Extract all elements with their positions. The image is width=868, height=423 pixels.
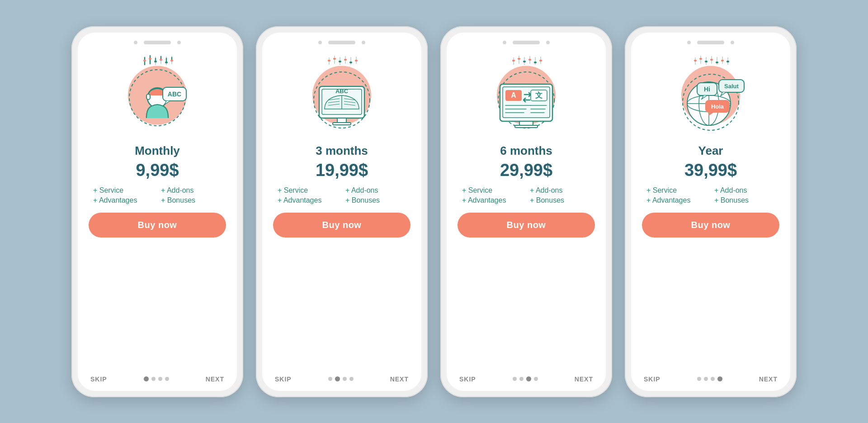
buy-now-button[interactable]: Buy now (642, 213, 779, 238)
buy-now-button[interactable]: Buy now (458, 213, 595, 238)
phone-speaker (144, 41, 171, 44)
svg-rect-19 (170, 60, 173, 62)
plan-name: 6 months (500, 144, 552, 158)
plan-name: 3 months (316, 144, 368, 158)
next-label[interactable]: NEXT (759, 375, 778, 383)
phone-year: Hi Salut Hola Year 39,99$ + Service + Ad… (625, 26, 797, 397)
nav-dot-1 (519, 377, 524, 381)
feature-bonuses: + Bonuses (161, 196, 222, 204)
phone-screen-3months: ABC 3 months 19,99$ + Service + Add-ons … (262, 33, 421, 391)
svg-rect-18 (165, 62, 168, 63)
feature-bonuses: + Bonuses (530, 196, 590, 204)
buy-now-button[interactable]: Buy now (89, 213, 226, 238)
nav-dot-0 (328, 377, 332, 381)
nav-dot-3 (534, 377, 538, 381)
svg-rect-42 (333, 123, 351, 125)
svg-text:ABC: ABC (335, 88, 349, 95)
nav-dot-2 (711, 377, 715, 381)
translate-icon: A 文 (490, 55, 562, 133)
globe-icon: Hi Salut Hola (675, 55, 747, 133)
next-label[interactable]: NEXT (575, 375, 593, 383)
nav-dot-0 (144, 376, 149, 381)
svg-rect-22 (146, 94, 150, 100)
plan-icon-area: ABC (112, 49, 203, 139)
feature-advantages: + Advantages (278, 196, 338, 204)
nav-dot-1 (151, 377, 156, 381)
phone-top-bar (134, 41, 181, 44)
phone-bottom-nav: SKIP NEXT (273, 375, 410, 383)
features-list: + Service + Add-ons + Advantages + Bonus… (273, 186, 410, 204)
svg-rect-32 (328, 60, 330, 62)
svg-rect-17 (160, 59, 162, 61)
plan-icon-area: Hi Salut Hola (665, 49, 756, 139)
skip-label[interactable]: SKIP (275, 375, 292, 383)
feature-service: + Service (278, 186, 338, 195)
phone-top-bar (503, 41, 550, 44)
nav-dot-2 (158, 377, 162, 381)
svg-rect-15 (149, 58, 151, 60)
plan-price: 19,99$ (316, 161, 368, 180)
svg-rect-14 (143, 60, 146, 62)
nav-dot-1 (704, 377, 708, 381)
phone-dot-1 (134, 41, 137, 44)
svg-rect-88 (710, 59, 713, 61)
svg-rect-37 (355, 60, 358, 62)
nav-dots (697, 376, 722, 381)
plan-price: 39,99$ (684, 161, 737, 180)
feature-advantages: + Advantages (93, 196, 154, 204)
phone-dot-2 (177, 41, 181, 44)
nav-dots (144, 376, 169, 381)
nav-dot-3 (165, 377, 169, 381)
plan-name: Monthly (135, 144, 180, 158)
skip-label[interactable]: SKIP (644, 375, 660, 383)
phone-monthly: ABC Monthly 9,99$ + Service + Add-ons + … (71, 26, 243, 397)
next-label[interactable]: NEXT (390, 375, 409, 383)
feature-service: + Service (93, 186, 154, 195)
feature-addons: + Add-ons (530, 186, 590, 195)
features-list: + Service + Add-ons + Advantages + Bonus… (458, 186, 595, 204)
phone-6months: A 文 6 months 29,99$ + Service + Add-ons … (440, 26, 612, 397)
phone-3months: ABC 3 months 19,99$ + Service + Add-ons … (256, 26, 428, 397)
svg-rect-57 (512, 60, 515, 62)
next-label[interactable]: NEXT (206, 375, 224, 383)
svg-rect-34 (339, 61, 341, 62)
phone-screen-monthly: ABC Monthly 9,99$ + Service + Add-ons + … (78, 33, 237, 391)
svg-rect-33 (333, 58, 336, 60)
svg-text:文: 文 (535, 91, 542, 99)
phone-top-bar (687, 41, 734, 44)
svg-rect-59 (523, 61, 526, 62)
svg-rect-85 (694, 60, 697, 62)
svg-text:Hola: Hola (711, 103, 724, 110)
feature-service: + Service (462, 186, 523, 195)
svg-rect-67 (515, 125, 538, 128)
buy-now-button[interactable]: Buy now (273, 213, 410, 238)
nav-dot-2 (343, 377, 347, 381)
phones-container: ABC Monthly 9,99$ + Service + Add-ons + … (71, 26, 797, 397)
svg-rect-41 (337, 118, 346, 123)
skip-label[interactable]: SKIP (90, 375, 107, 383)
plan-icon-area: ABC (297, 49, 387, 139)
svg-rect-61 (534, 62, 537, 63)
nav-dot-1 (335, 376, 340, 381)
features-list: + Service + Add-ons + Advantages + Bonus… (89, 186, 226, 204)
svg-rect-60 (528, 59, 531, 61)
feature-advantages: + Advantages (462, 196, 523, 204)
svg-rect-90 (721, 60, 724, 62)
svg-rect-35 (344, 59, 347, 61)
feature-addons: + Add-ons (345, 186, 406, 195)
svg-rect-62 (539, 60, 542, 62)
phone-top-bar (318, 41, 365, 44)
plan-price: 29,99$ (500, 161, 552, 180)
svg-rect-66 (519, 121, 533, 125)
svg-text:Salut: Salut (724, 83, 739, 90)
nav-dot-0 (697, 377, 701, 381)
features-list: + Service + Add-ons + Advantages + Bonus… (642, 186, 779, 204)
feature-addons: + Add-ons (714, 186, 775, 195)
svg-text:A: A (511, 91, 516, 99)
svg-rect-89 (716, 62, 718, 63)
phone-screen-year: Hi Salut Hola Year 39,99$ + Service + Ad… (631, 33, 790, 391)
feature-advantages: + Advantages (646, 196, 707, 204)
phone-dot-1 (687, 41, 691, 44)
svg-text:ABC: ABC (168, 90, 181, 98)
skip-label[interactable]: SKIP (459, 375, 476, 383)
